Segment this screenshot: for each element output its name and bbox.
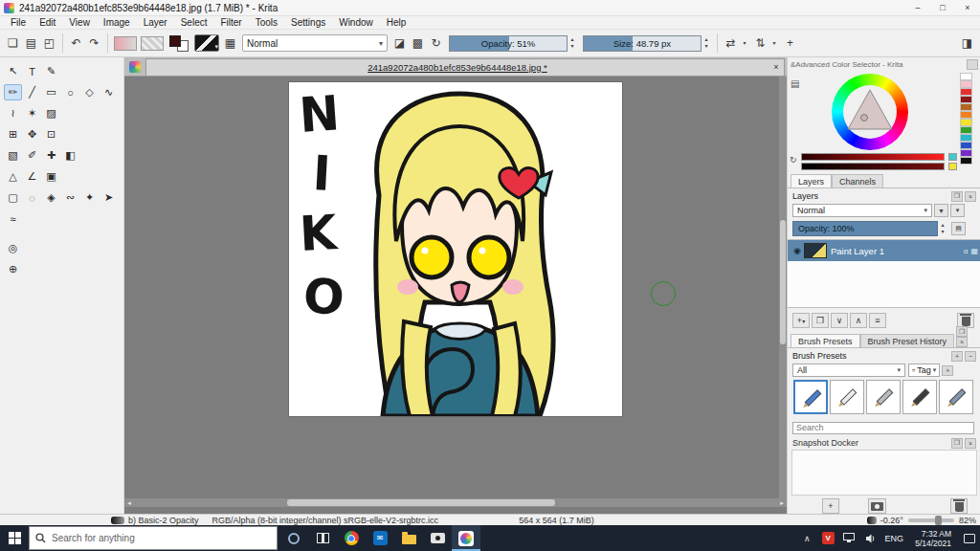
color-selector-docker-header[interactable]: &Advanced Color Selector - Krita (788, 57, 980, 72)
layer-properties-button[interactable]: ≡ (869, 313, 886, 328)
tab-brush-preset-history[interactable]: Brush Preset History (860, 334, 955, 347)
tool-select-rectangular-icon[interactable]: ▢ (4, 189, 22, 206)
clock[interactable]: 7:32 AM 5/14/2021 (907, 529, 959, 548)
color-history-gradient[interactable] (801, 153, 945, 161)
close-docker-icon[interactable]: × (965, 191, 976, 202)
float-docker-icon[interactable]: ❐ (956, 326, 968, 337)
tool-ellipse-icon[interactable]: ○ (61, 84, 79, 100)
tag-toggle-button[interactable]: ▫ Tag ▾ (908, 364, 940, 377)
tool-reference-images-icon[interactable]: ▣ (42, 168, 60, 185)
canvas-rotation-value[interactable]: -0.26° (880, 516, 903, 525)
scroll-right-icon[interactable]: ▸ (777, 499, 787, 507)
swatch[interactable] (960, 80, 972, 88)
create-snapshot-button[interactable]: + (822, 498, 839, 514)
tab-brush-presets[interactable]: Brush Presets (791, 334, 860, 347)
mirror-vertical-icon[interactable]: ⇅ (751, 34, 769, 53)
tool-color-sampler-icon[interactable]: ✐ (23, 147, 41, 164)
zoom-level-value[interactable]: 82% (959, 516, 976, 525)
brush-preset-tile[interactable] (902, 380, 937, 414)
recent-color-swatch[interactable] (948, 163, 957, 170)
color-history-gradient-dark[interactable] (801, 163, 945, 170)
close-docker-icon[interactable]: × (965, 438, 976, 449)
blending-mode-select[interactable]: Normal ▾ (242, 34, 388, 52)
opacity-spinner[interactable]: ▴ ▾ (568, 35, 577, 52)
language-indicator[interactable]: ENG (880, 525, 907, 551)
tool-freehand-brush-icon[interactable]: ✏ (4, 84, 22, 100)
brush-preview-icon[interactable] (111, 517, 124, 524)
mirror-horizontal-options[interactable]: ▾ (740, 35, 749, 52)
tool-smart-patch-icon[interactable]: ✚ (42, 147, 60, 164)
undo-icon[interactable]: ↶ (67, 34, 85, 53)
menu-tools[interactable]: Tools (249, 17, 284, 28)
zoom-slider-thumb[interactable] (935, 516, 942, 525)
gradient-chooser[interactable] (114, 36, 137, 51)
brush-preset-tile[interactable] (793, 380, 828, 414)
swatch[interactable] (960, 126, 972, 134)
swatch[interactable] (960, 111, 972, 119)
network-button[interactable] (838, 525, 859, 551)
layer-visibility-icon[interactable]: ◉ (791, 246, 804, 255)
reload-preset-icon[interactable]: ↻ (427, 34, 445, 53)
tool-zoom-icon[interactable]: ◎ (4, 240, 22, 256)
fg-bg-color-selector[interactable] (168, 34, 189, 53)
layer-view-mode-icon[interactable]: ▤ (951, 222, 966, 235)
zoom-slider[interactable] (908, 518, 954, 522)
tool-pan-icon[interactable]: ⊕ (4, 261, 22, 277)
swatch[interactable] (960, 73, 972, 80)
opacity-slider[interactable]: Opacity: 51% (449, 35, 568, 52)
menu-settings[interactable]: Settings (284, 17, 332, 28)
horizontal-scrollbar[interactable]: ◂ ▸ (124, 498, 787, 507)
tool-line-icon[interactable]: ╱ (23, 84, 41, 100)
redo-icon[interactable]: ↷ (85, 34, 103, 53)
tool-select-polygonal-icon[interactable]: ◈ (42, 189, 60, 206)
add-tag-icon[interactable]: + (942, 365, 953, 376)
color-triangle[interactable] (843, 85, 897, 139)
layer-opacity-spinner[interactable]: ▴ ▾ (938, 221, 947, 237)
taskbar-search-box[interactable]: Search for anything (29, 526, 278, 550)
tab-close-icon[interactable]: × (768, 62, 784, 72)
mirror-origin-icon[interactable]: + (781, 34, 799, 53)
tool-select-similar-icon[interactable]: ✦ (80, 189, 99, 206)
tool-select-elliptical-icon[interactable]: ◌ (23, 189, 41, 206)
tool-edit-shapes-icon[interactable]: ✎ (42, 63, 60, 79)
tool-measure-icon[interactable]: ∠ (23, 168, 41, 185)
new-document-icon[interactable]: ❏ (4, 34, 22, 53)
menu-layer[interactable]: Layer (137, 17, 174, 28)
shrink-presets-icon[interactable]: − (965, 351, 976, 362)
layer-filter-options-icon[interactable]: ▾ (950, 204, 965, 217)
preserve-alpha-icon[interactable]: ▩ (409, 34, 427, 53)
snapshot-docker-header[interactable]: Snapshot Docker ❐ × (788, 437, 980, 449)
tool-select-freehand-icon[interactable]: ∾ (61, 189, 79, 206)
open-document-icon[interactable]: ▤ (22, 34, 40, 53)
color-shelf-icon[interactable]: ▤ (791, 78, 799, 89)
mirror-horizontal-icon[interactable]: ⇄ (722, 34, 740, 53)
tool-move-icon[interactable]: ✥ (23, 126, 41, 143)
tool-multibrush-icon[interactable]: ✶ (23, 105, 41, 121)
swatch[interactable] (960, 157, 972, 165)
docker-settings-button[interactable] (967, 59, 978, 70)
menu-select[interactable]: Select (174, 17, 214, 28)
tool-polyline-icon[interactable]: ∿ (100, 84, 118, 100)
workspace-chooser-icon[interactable]: ◨ (958, 34, 976, 53)
swatch[interactable] (960, 96, 972, 103)
mail-taskbar-button[interactable]: ✉ (366, 525, 394, 551)
minimize-button[interactable]: – (905, 0, 930, 16)
swatch[interactable] (960, 119, 972, 126)
refresh-history-icon[interactable]: ↻ (790, 155, 797, 165)
tool-assistants-icon[interactable]: △ (4, 168, 22, 185)
maximize-button[interactable]: □ (930, 0, 955, 16)
alpha-lock-icon[interactable]: ▦ (970, 247, 978, 255)
close-docker-icon[interactable]: × (956, 337, 968, 347)
brush-preset-tile[interactable] (939, 380, 973, 414)
canvas-viewport[interactable]: N I K O (124, 77, 779, 498)
chrome-taskbar-button[interactable] (337, 525, 366, 551)
swatch[interactable] (960, 88, 972, 96)
menu-edit[interactable]: Edit (33, 17, 62, 28)
volume-button[interactable] (859, 525, 880, 551)
task-view-button[interactable] (308, 525, 337, 551)
swatch[interactable] (960, 103, 972, 111)
current-brush-name[interactable]: b) Basic-2 Opacity (128, 516, 199, 525)
tool-select-shapes-icon[interactable]: ↖ (4, 63, 22, 79)
horizontal-scrollbar-thumb[interactable] (287, 499, 555, 506)
move-layer-up-button[interactable]: ∧ (850, 313, 867, 328)
